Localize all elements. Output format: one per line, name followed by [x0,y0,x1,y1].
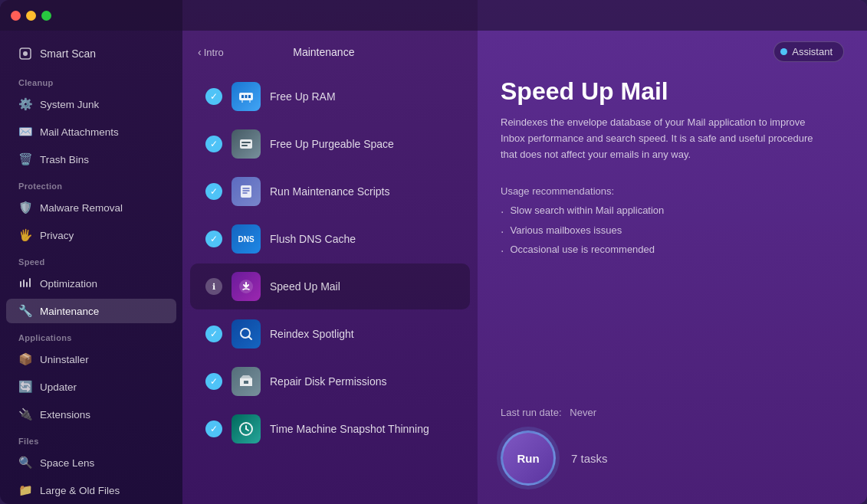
sidebar: Smart Scan Cleanup ⚙️ System Junk ✉️ Mai… [0,0,182,504]
uninstaller-icon: 📦 [18,352,32,366]
malware-removal-icon: 🛡️ [18,201,32,214]
task-item-free-up-ram[interactable]: ✓ Free Up RAM [190,74,470,119]
sidebar-item-uninstaller[interactable]: 📦 Uninstaller [6,347,176,371]
maintenance-icon: 🔧 [18,304,32,318]
space-lens-icon: 🔍 [18,456,32,470]
svg-rect-22 [244,381,248,384]
sidebar-item-system-junk[interactable]: ⚙️ System Junk [6,92,176,116]
sidebar-item-extensions[interactable]: 🔌 Extensions [6,402,176,427]
right-panel-description: Reindexes the envelope database of your … [501,115,823,162]
task-item-time-machine[interactable]: ✓ Time Machine Snapshot Thinning [190,406,470,452]
usage-item-3: Occasional use is recommended [501,244,844,258]
task-info-speed-up-mail: ℹ [205,278,222,295]
svg-line-25 [246,429,248,430]
task-item-flush-dns[interactable]: ✓ DNS Flush DNS Cache [190,216,470,262]
task-label-dns: Flush DNS Cache [270,233,356,245]
section-label-protection: Protection [6,174,176,193]
title-bar [0,0,867,31]
task-check-purgeable: ✓ [205,136,222,152]
disk-icon [232,367,261,396]
updater-label: Updater [40,381,77,393]
usage-title: Usage recommendations: [501,185,844,197]
task-item-maintenance-scripts[interactable]: ✓ Run Maintenance Scripts [190,169,470,214]
sidebar-item-space-lens[interactable]: 🔍 Space Lens [6,450,176,475]
task-list: ✓ Free Up RAM ✓ [182,69,478,504]
back-chevron-icon: ‹ [198,46,202,58]
ram-icon [232,82,261,111]
svg-rect-14 [241,145,248,146]
task-check-scripts: ✓ [205,183,222,200]
assistant-dot-icon [780,48,787,55]
close-button[interactable] [11,11,21,21]
task-check-disk: ✓ [205,373,222,390]
minimize-button[interactable] [26,11,36,21]
usage-section: Usage recommendations: Slow search withi… [501,185,844,258]
svg-rect-8 [245,95,248,98]
svg-rect-7 [241,95,244,98]
section-label-cleanup: Cleanup [6,70,176,90]
time-machine-icon [232,414,261,443]
space-lens-label: Space Lens [40,457,94,469]
extensions-label: Extensions [40,409,90,421]
usage-list: Slow search within Mail application Vari… [501,205,844,258]
malware-removal-label: Malware Removal [40,202,123,214]
traffic-lights [11,11,51,21]
task-label-spotlight: Reindex Spotlight [270,328,354,340]
mail-attachments-label: Mail Attachments [40,126,119,138]
task-check-spotlight: ✓ [205,326,222,342]
optimization-icon [18,277,32,290]
right-panel-title: Speed Up Mail [501,77,844,106]
mail-icon [232,272,261,301]
sidebar-item-large-old-files[interactable]: 📁 Large & Old Files [6,478,176,502]
task-check-dns: ✓ [205,231,222,247]
maintenance-label: Maintenance [40,306,99,317]
sidebar-item-smart-scan[interactable]: Smart Scan [6,40,176,67]
middle-panel: ‹ Intro Maintenance ✓ Free Up RAM [182,0,478,504]
task-label-speed-up-mail: Speed Up Mail [270,280,340,293]
task-item-free-up-purgeable-space[interactable]: ✓ Free Up Purgeable Space [190,121,470,167]
run-row: Run 7 tasks [501,430,844,486]
sidebar-item-maintenance[interactable]: 🔧 Maintenance [6,299,176,323]
trash-bins-icon: 🗑️ [18,152,32,166]
system-junk-label: System Junk [40,99,99,110]
task-item-speed-up-mail[interactable]: ℹ Speed Up Mail [190,263,470,309]
smart-scan-label: Smart Scan [40,47,96,60]
system-junk-icon: ⚙️ [18,97,32,111]
usage-item-2: Various mailboxes issues [501,224,844,239]
task-label-scripts: Run Maintenance Scripts [270,185,389,198]
sidebar-item-updater[interactable]: 🔄 Updater [6,375,176,399]
sidebar-item-mail-attachments[interactable]: ✉️ Mail Attachments [6,119,176,144]
run-button[interactable]: Run [501,430,556,486]
trash-bins-label: Trash Bins [40,154,89,165]
right-panel: Assistant Speed Up Mail Reindexes the en… [478,0,867,504]
smart-scan-icon [18,47,32,61]
sidebar-item-optimization[interactable]: Optimization [6,271,176,296]
sidebar-item-privacy[interactable]: 🖐️ Privacy [6,223,176,247]
task-item-reindex-spotlight[interactable]: ✓ Reindex Spotlight [190,311,470,357]
maximize-button[interactable] [41,11,51,21]
middle-header: ‹ Intro Maintenance [182,38,478,69]
tasks-count: 7 tasks [571,452,608,465]
storage-icon [232,129,261,159]
task-item-repair-disk[interactable]: ✓ Repair Disk Permissions [190,358,470,404]
task-check-free-up-ram: ✓ [205,88,222,105]
sidebar-item-malware-removal[interactable]: 🛡️ Malware Removal [6,195,176,220]
usage-item-1: Slow search within Mail application [501,205,844,219]
panel-title: Maintenance [230,46,418,58]
task-check-time-machine: ✓ [205,421,222,437]
svg-line-21 [249,337,252,340]
back-button[interactable]: ‹ Intro [198,46,224,58]
large-old-files-icon: 📁 [18,483,32,497]
last-run-text: Last run date: Never [501,407,844,418]
assistant-label: Assistant [792,46,833,57]
uninstaller-label: Uninstaller [40,354,89,365]
section-label-applications: Applications [6,326,176,345]
privacy-icon: 🖐️ [18,228,32,242]
sidebar-item-trash-bins[interactable]: 🗑️ Trash Bins [6,147,176,172]
svg-rect-15 [241,185,251,198]
assistant-button[interactable]: Assistant [773,41,844,62]
scripts-icon [232,177,261,206]
back-label: Intro [204,47,224,58]
section-label-speed: Speed [6,250,176,269]
task-label-free-up-ram: Free Up RAM [270,90,336,103]
